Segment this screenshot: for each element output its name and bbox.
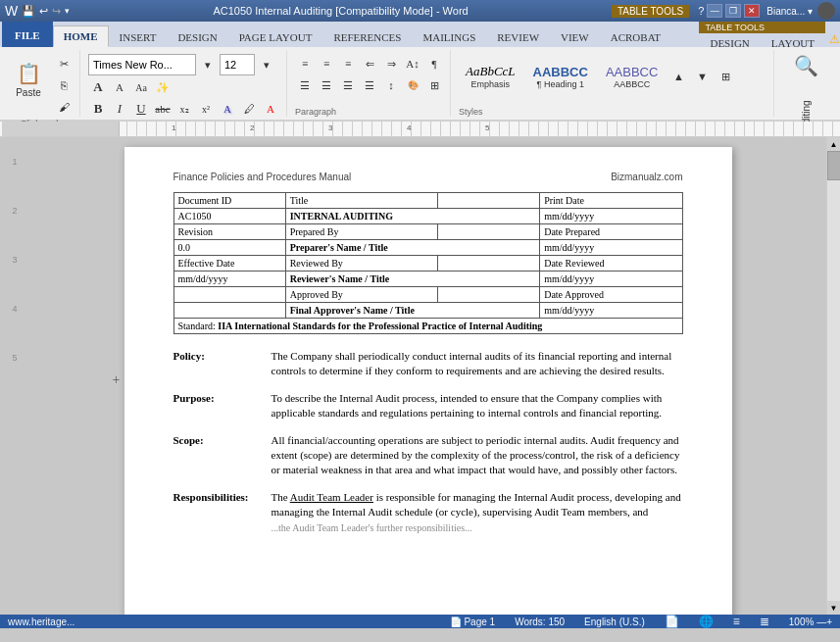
superscript-button[interactable]: x² xyxy=(196,99,216,119)
reviewed-by-label[interactable]: Reviewed By xyxy=(285,256,438,272)
restore-button[interactable]: ❐ xyxy=(725,4,741,18)
font-size-dropdown[interactable]: ▾ xyxy=(257,55,276,74)
quick-save[interactable]: 💾 xyxy=(22,5,35,18)
shading-button[interactable]: 🎨 xyxy=(403,75,422,95)
close-button[interactable]: ✕ xyxy=(744,4,760,18)
vertical-scrollbar[interactable]: ▲ ▼ xyxy=(826,137,840,615)
show-formatting-button[interactable]: ¶ xyxy=(424,54,444,74)
minimize-button[interactable]: — xyxy=(707,4,722,18)
preparer-value[interactable]: Preparer's Name / Title xyxy=(285,240,539,256)
paste-button[interactable]: 📋 Paste xyxy=(5,54,52,105)
scroll-up-button[interactable]: ▲ xyxy=(827,137,841,151)
styles-scroll-down[interactable]: ▼ xyxy=(692,67,712,86)
status-view-print[interactable]: 📄 xyxy=(665,615,679,628)
font-name-input[interactable] xyxy=(88,54,196,75)
shrink-font-button[interactable]: A xyxy=(110,77,129,97)
styles-scroll-up[interactable]: ▲ xyxy=(668,67,688,86)
strikethrough-button[interactable]: abc xyxy=(153,99,173,119)
tab-insert[interactable]: INSERT xyxy=(109,25,168,47)
tab-table-design[interactable]: DESIGN xyxy=(699,33,760,51)
print-date-label[interactable]: Print Date xyxy=(540,193,682,209)
standard-cell[interactable]: Standard: IIA International Standards fo… xyxy=(173,319,682,334)
document-area[interactable]: + Finance Policies and Procedures Manual… xyxy=(29,137,826,615)
status-zoom[interactable]: 100% —+ xyxy=(789,617,832,627)
tab-review[interactable]: REVIEW xyxy=(486,25,550,47)
align-right-button[interactable]: ☰ xyxy=(338,75,358,95)
revision-label[interactable]: Revision xyxy=(173,224,285,240)
doc-id-value[interactable]: AC1050 xyxy=(173,209,285,224)
document-page[interactable]: + Finance Policies and Procedures Manual… xyxy=(124,147,732,615)
numbering-button[interactable]: ≡ xyxy=(317,54,336,74)
effective-date-value[interactable]: mm/dd/yyyy xyxy=(173,272,285,287)
date-approved-value[interactable]: mm/dd/yyyy xyxy=(540,303,682,319)
grow-font-button[interactable]: A xyxy=(88,77,108,97)
change-case-button[interactable]: Aa xyxy=(131,77,151,97)
italic-button[interactable]: I xyxy=(110,99,129,119)
text-highlight-button[interactable]: 🖊 xyxy=(239,99,259,119)
clear-format-button[interactable]: ✨ xyxy=(153,77,173,97)
date-reviewed-label[interactable]: Date Reviewed xyxy=(540,256,682,272)
responsibilities-text[interactable]: The Audit Team Leader is responsible for… xyxy=(272,490,683,535)
sort-button[interactable]: A↕ xyxy=(403,54,422,74)
tab-page-layout[interactable]: PAGE LAYOUT xyxy=(228,25,323,47)
help-button[interactable]: ? xyxy=(698,5,704,17)
tab-table-layout[interactable]: LAYOUT xyxy=(761,33,825,51)
status-view-web[interactable]: 🌐 xyxy=(699,615,714,628)
tab-mailings[interactable]: MAILINGS xyxy=(412,25,486,47)
scroll-track[interactable] xyxy=(827,151,841,601)
styles-expand[interactable]: ⊞ xyxy=(716,67,735,86)
font-name-dropdown[interactable]: ▾ xyxy=(198,55,218,74)
scroll-thumb[interactable] xyxy=(827,151,841,180)
approved-by-label[interactable]: Approved By xyxy=(285,287,438,303)
add-row-cross[interactable]: + xyxy=(113,372,121,388)
user-avatar[interactable] xyxy=(817,2,835,20)
align-center-button[interactable]: ☰ xyxy=(317,75,336,95)
align-left-button[interactable]: ☰ xyxy=(295,75,315,95)
copy-button[interactable]: ⎘ xyxy=(54,75,74,95)
title-value[interactable]: INTERNAL AUDITING xyxy=(285,209,539,224)
subscript-button[interactable]: x₂ xyxy=(174,99,194,119)
tab-file[interactable]: FILE xyxy=(2,22,53,47)
user-account[interactable]: Bianca... ▾ xyxy=(766,6,813,17)
date-approved-label[interactable]: Date Approved xyxy=(540,287,682,303)
status-view-draft[interactable]: ≣ xyxy=(760,615,769,628)
justify-button[interactable]: ☰ xyxy=(360,75,379,95)
cut-button[interactable]: ✂ xyxy=(54,54,74,74)
line-spacing-button[interactable]: ↕ xyxy=(381,75,401,95)
font-size-input[interactable] xyxy=(220,54,255,75)
format-painter-button[interactable]: 🖌 xyxy=(54,97,74,117)
purpose-text[interactable]: To describe the Internal Audit process, … xyxy=(272,391,683,421)
tab-references[interactable]: REFERENCES xyxy=(322,25,412,47)
style-heading1[interactable]: AABBCC ¶ Heading 1 xyxy=(526,62,595,92)
date-prepared-value[interactable]: mm/dd/yyyy xyxy=(540,240,682,256)
style-emphasis[interactable]: AaBbCcL Emphasis xyxy=(459,61,522,92)
style-heading2[interactable]: AABBCC AABBCC xyxy=(599,62,665,92)
policy-text[interactable]: The Company shall periodically conduct i… xyxy=(272,349,683,379)
status-view-outline[interactable]: ≡ xyxy=(733,615,740,628)
increase-indent-button[interactable]: ⇒ xyxy=(381,54,401,74)
text-effects-button[interactable]: A xyxy=(218,99,237,119)
underline-button[interactable]: U xyxy=(131,99,151,119)
scope-text[interactable]: All financial/accounting operations are … xyxy=(272,433,683,478)
title-label[interactable]: Title xyxy=(285,193,438,209)
doc-id-label[interactable]: Document ID xyxy=(173,193,285,209)
bullets-button[interactable]: ≡ xyxy=(295,54,315,74)
tab-design[interactable]: DESIGN xyxy=(167,25,227,47)
scroll-down-button[interactable]: ▼ xyxy=(827,601,841,615)
tab-acrobat[interactable]: ACROBAT xyxy=(600,25,671,47)
quick-undo[interactable]: ↩ xyxy=(39,5,48,18)
font-color-button[interactable]: A xyxy=(261,99,280,119)
borders-button[interactable]: ⊞ xyxy=(424,75,444,95)
tab-home[interactable]: HOME xyxy=(53,25,109,47)
bold-button[interactable]: B xyxy=(88,99,108,119)
approver-value[interactable]: Final Approver's Name / Title xyxy=(285,303,539,319)
revision-value[interactable]: 0.0 xyxy=(173,240,285,256)
prepared-by-label[interactable]: Prepared By xyxy=(285,224,438,240)
effective-date-label[interactable]: Effective Date xyxy=(173,256,285,272)
tab-view[interactable]: VIEW xyxy=(550,25,600,47)
date-prepared-label[interactable]: Date Prepared xyxy=(540,224,682,240)
decrease-indent-button[interactable]: ⇐ xyxy=(360,54,379,74)
date-reviewed-value[interactable]: mm/dd/yyyy xyxy=(540,272,682,287)
print-date-value[interactable]: mm/dd/yyyy xyxy=(540,209,682,224)
quick-redo[interactable]: ↪ xyxy=(52,5,61,18)
